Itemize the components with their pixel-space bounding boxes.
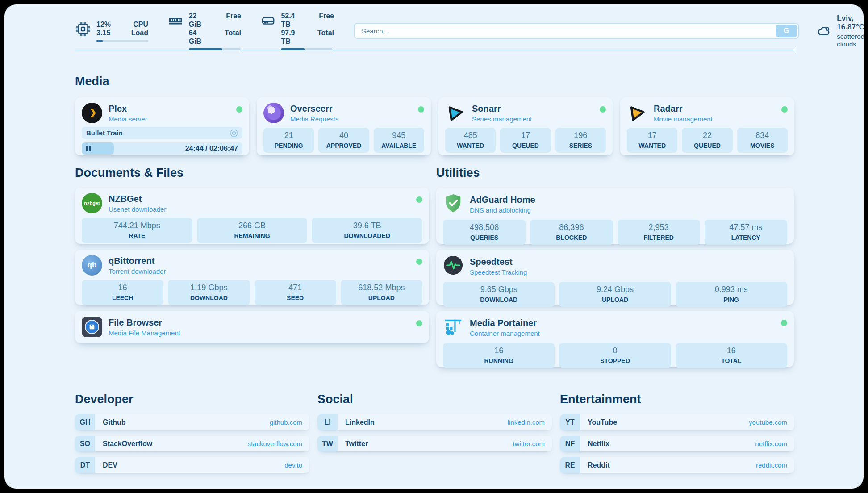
link-row-linkedin[interactable]: LI LinkedIn linkedin.com: [317, 414, 552, 430]
link-name: Github: [103, 418, 126, 426]
app-card-sonarr[interactable]: Sonarr Series management 485WANTED 17QUE…: [438, 97, 613, 155]
stat-box: 0.993 msPING: [676, 282, 787, 307]
stat-label: WANTED: [445, 142, 496, 149]
link-badge: DT: [75, 457, 95, 473]
stat-value: 2,953: [618, 223, 700, 232]
stat-box: 17QUEUED: [500, 128, 551, 153]
section-social: Social LI LinkedIn linkedin.com TW Twitt…: [317, 393, 552, 479]
cpu-percent: 12%: [96, 20, 111, 29]
stat-value: 744.21 Mbps: [82, 221, 192, 230]
search-input[interactable]: [355, 27, 776, 35]
stat-label: QUEUED: [682, 142, 732, 149]
stat-value: 0: [559, 346, 671, 355]
stat-label: MOVIES: [737, 142, 788, 149]
stat-box: 16RUNNING: [443, 343, 555, 368]
stat-label: LEECH: [82, 294, 163, 301]
ram-total-label: Total: [225, 29, 241, 46]
stat-value: 17: [627, 131, 677, 140]
link-url[interactable]: reddit.com: [756, 461, 787, 469]
stat-value: 39.6 TB: [312, 221, 422, 230]
ram-free-value: 22 GiB: [189, 12, 211, 29]
section-heading-social: Social: [317, 393, 552, 406]
app-card-overseerr[interactable]: Overseerr Media Requests 21PENDING 40APP…: [257, 97, 431, 155]
cpu-load-label: Load: [131, 29, 148, 37]
disk-free-value: 52.4 TB: [281, 12, 304, 29]
search-engine-button[interactable]: G: [776, 25, 797, 37]
pause-icon[interactable]: [86, 146, 91, 151]
app-card-adguard[interactable]: AdGuard Home DNS and adblocking 498,508Q…: [436, 188, 794, 244]
link-row-github[interactable]: GH Github github.com: [75, 414, 309, 430]
stat-box: 834MOVIES: [737, 128, 788, 153]
stat-box: 86,396BLOCKED: [530, 220, 613, 245]
stat-value: 16: [676, 346, 787, 355]
ram-usage-widget: 22 GiBFree 64 GiBTotal: [168, 12, 241, 50]
link-url[interactable]: github.com: [270, 418, 302, 426]
ram-progress-bar: [189, 48, 241, 50]
link-name: Reddit: [588, 461, 610, 469]
stat-value: 0.993 ms: [676, 285, 787, 294]
link-row-dev[interactable]: DT DEV dev.to: [75, 457, 309, 473]
stat-label: SERIES: [555, 142, 606, 149]
section-documents-files: Documents & Files nzbget NZBGet Usenet d…: [75, 166, 429, 373]
link-url[interactable]: linkedin.com: [508, 418, 545, 426]
disk-total-value: 97.9 TB: [281, 29, 302, 46]
app-title: Overseerr: [290, 104, 338, 113]
stat-value: 266 GB: [197, 221, 308, 230]
qbittorrent-icon: qb: [82, 255, 102, 276]
disk-total-label: Total: [317, 29, 334, 46]
stat-label: FILTERED: [618, 234, 700, 241]
app-card-speedtest[interactable]: Speedtest Speedtest Tracking 9.65 GbpsDO…: [436, 250, 794, 305]
stat-label: QUERIES: [443, 234, 526, 241]
stat-box: 266 GBREMAINING: [197, 218, 308, 243]
app-card-qbittorrent[interactable]: qb qBittorrent Torrent downloader 16LEEC…: [75, 250, 429, 305]
link-row-twitter[interactable]: TW Twitter twitter.com: [317, 436, 552, 451]
link-url[interactable]: dev.to: [284, 461, 302, 469]
stat-box: 16LEECH: [82, 280, 163, 305]
app-card-radarr[interactable]: Radarr Movie management 17WANTED 22QUEUE…: [620, 97, 794, 155]
link-url[interactable]: netflix.com: [755, 440, 787, 447]
app-card-filebrowser[interactable]: File Browser Media File Management: [75, 311, 429, 343]
link-row-stackoverflow[interactable]: SO StackOverflow stackoverflow.com: [75, 436, 309, 451]
dashboard-window: 12%CPU 3.15Load 22 GiBFree 64 GiBTotal: [4, 4, 864, 489]
link-badge: RE: [560, 457, 580, 473]
cpu-label: CPU: [133, 20, 148, 29]
app-card-portainer[interactable]: Media Portainer Container management 16R…: [436, 311, 794, 367]
link-url[interactable]: twitter.com: [513, 440, 545, 447]
stat-box: 744.21 MbpsRATE: [82, 218, 192, 243]
link-url[interactable]: youtube.com: [749, 418, 787, 426]
stat-label: STOPPED: [559, 357, 671, 364]
app-subtitle: Series management: [472, 116, 532, 122]
stat-value: 485: [445, 131, 496, 140]
link-badge: TW: [317, 436, 338, 451]
session-type-icon: [230, 129, 238, 137]
link-row-netflix[interactable]: NF Netflix netflix.com: [560, 436, 794, 451]
app-subtitle: Container management: [470, 330, 540, 337]
link-row-reddit[interactable]: RE Reddit reddit.com: [560, 457, 794, 473]
status-dot: [600, 106, 606, 113]
app-card-nzbget[interactable]: nzbget NZBGet Usenet downloader 744.21 M…: [75, 188, 429, 244]
section-heading-media: Media: [75, 75, 794, 88]
link-row-youtube[interactable]: YT YouTube youtube.com: [560, 414, 794, 430]
app-title: Speedtest: [470, 257, 527, 266]
link-name: StackOverflow: [103, 440, 152, 448]
stat-value: 16: [443, 346, 555, 355]
app-title: Plex: [108, 104, 147, 113]
stat-value: 196: [555, 131, 606, 140]
cpu-progress-bar: [96, 40, 148, 42]
stat-box: 21PENDING: [263, 128, 314, 153]
stat-label: REMAINING: [197, 232, 308, 239]
stat-value: 86,396: [530, 223, 613, 232]
stat-box: 16TOTAL: [676, 343, 787, 368]
app-card-plex[interactable]: Plex Media server Bullet Train: [75, 97, 249, 155]
link-name: Twitter: [345, 440, 368, 448]
stat-value: 945: [374, 131, 424, 140]
link-url[interactable]: stackoverflow.com: [247, 440, 302, 447]
stat-box: 0STOPPED: [559, 343, 671, 368]
stat-label: APPROVED: [318, 142, 369, 149]
link-badge: GH: [75, 414, 95, 430]
link-name: LinkedIn: [345, 418, 375, 426]
stat-label: DOWNLOAD: [168, 294, 250, 301]
stat-label: BLOCKED: [530, 234, 613, 241]
link-badge: YT: [560, 414, 580, 430]
stat-label: SEED: [255, 294, 336, 301]
